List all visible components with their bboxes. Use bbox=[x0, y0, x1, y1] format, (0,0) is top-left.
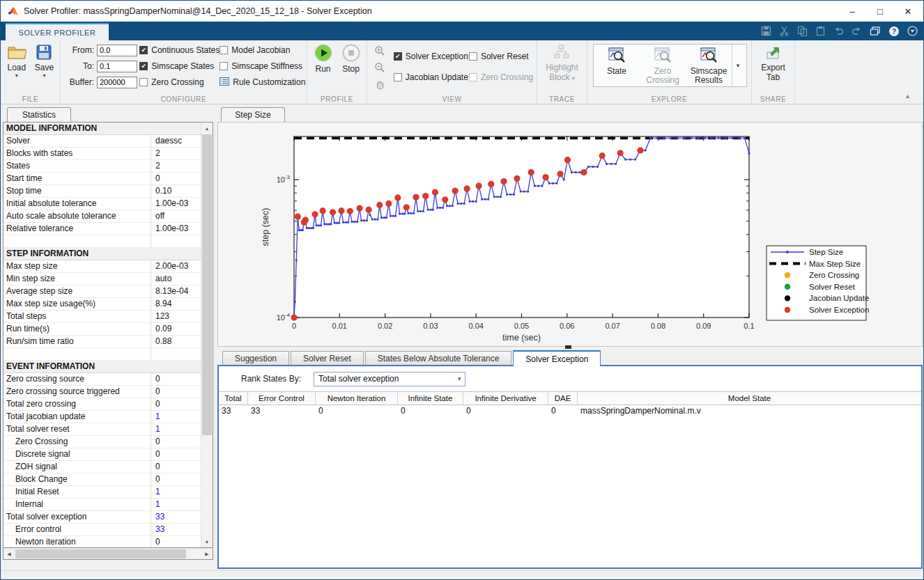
tab-solver-profiler[interactable]: SOLVER PROFILER bbox=[6, 23, 109, 40]
scroll-left-icon[interactable]: ◀ bbox=[3, 549, 15, 559]
stat-value[interactable]: 1 bbox=[151, 486, 201, 498]
checkbox-label: Solver Exception bbox=[406, 52, 468, 61]
rule-customization-button[interactable]: Rule Customization bbox=[220, 76, 307, 88]
statistics-row-internal: Internal1 bbox=[3, 499, 201, 511]
statistics-row-states: States2 bbox=[3, 160, 201, 173]
solver-exception-table: TotalError ControlNewton IterationInfini… bbox=[219, 391, 921, 567]
pan-hand-icon[interactable] bbox=[374, 79, 385, 93]
ribbon-section-view: ✔Solver ExceptionJacobian Update Solver … bbox=[367, 40, 537, 104]
svg-text:0.05: 0.05 bbox=[514, 322, 529, 330]
zoom-out-icon[interactable] bbox=[374, 62, 385, 76]
statistics-blank-row bbox=[3, 235, 201, 248]
help-icon[interactable]: ? bbox=[888, 26, 900, 37]
checkbox-zero-crossing[interactable]: Zero Crossing bbox=[139, 76, 220, 88]
state-explorer-icon bbox=[607, 47, 626, 67]
save-icon bbox=[761, 26, 771, 36]
window-title: Solver Profiler: massSpringDamperNominal… bbox=[24, 6, 372, 16]
to-input[interactable] bbox=[97, 61, 137, 72]
scroll-right-icon[interactable]: ▶ bbox=[201, 549, 213, 559]
tab-solver-exception[interactable]: Solver Exception bbox=[513, 350, 601, 366]
export-icon bbox=[764, 44, 783, 63]
highlight-block-caret-icon: ▾ bbox=[572, 75, 575, 81]
statistics-vertical-scrollbar[interactable]: ▲ ▼ bbox=[201, 123, 213, 547]
checkbox-continuous-states[interactable]: ✔Continuous States bbox=[139, 44, 220, 56]
zoom-in-icon[interactable] bbox=[374, 45, 385, 59]
stat-value: 2 bbox=[151, 148, 201, 159]
svg-text:Step Size: Step Size bbox=[809, 248, 843, 256]
stop-icon bbox=[342, 44, 360, 64]
column-header-model-state: Model State bbox=[578, 392, 921, 405]
stat-value: 2 bbox=[151, 160, 201, 172]
tab-statistics[interactable]: Statistics bbox=[7, 107, 71, 122]
step-size-plot[interactable]: 10-410-300.010.020.030.040.050.060.070.0… bbox=[218, 123, 922, 346]
stat-value[interactable]: 1 bbox=[151, 423, 201, 435]
statistics-row-auto-scale-absolute-tolerance: Auto scale absolute toleranceoff bbox=[3, 210, 201, 223]
buffer-input[interactable] bbox=[97, 77, 137, 88]
tab-suggestion[interactable]: Suggestion bbox=[222, 351, 289, 365]
more-icon[interactable] bbox=[907, 26, 918, 36]
collapse-ribbon-icon[interactable]: ▲ bbox=[904, 93, 911, 100]
scroll-down-icon[interactable]: ▼ bbox=[201, 536, 213, 547]
tab-states-below-absolute-tolerance[interactable]: States Below Absolute Tolerance bbox=[365, 351, 512, 365]
scrollbar-thumb[interactable] bbox=[202, 134, 212, 435]
stat-label: Blocks with states bbox=[3, 148, 151, 159]
window-layout-icon[interactable] bbox=[870, 26, 881, 36]
svg-text:10-3: 10-3 bbox=[277, 174, 291, 184]
statistics-row-zero-crossing-source-triggered: Zero crossing source triggered0 bbox=[3, 386, 201, 398]
column-header-error-control: Error Control bbox=[248, 392, 316, 405]
scroll-up-icon[interactable]: ▲ bbox=[201, 123, 213, 134]
explore-simscape-results-button[interactable]: Simscape Results bbox=[686, 45, 732, 86]
stat-label: Zero crossing source bbox=[3, 373, 151, 385]
stat-value: 0.88 bbox=[151, 336, 201, 347]
stat-value: 0.09 bbox=[151, 323, 201, 335]
table-cell: 33 bbox=[248, 405, 316, 418]
explore-gallery-dropdown-icon[interactable]: ▾ bbox=[732, 45, 744, 86]
table-cell: 0 bbox=[316, 405, 398, 418]
checkbox-simscape-stiffness[interactable]: Simscape Stiffness bbox=[220, 60, 307, 72]
statistics-row-initial-reset: Initial Reset1 bbox=[3, 486, 201, 499]
stat-value: 8.13e-04 bbox=[151, 285, 201, 297]
minimize-button[interactable]: – bbox=[838, 1, 866, 22]
stat-value: 0.10 bbox=[151, 185, 201, 197]
statistics-row-error-control: Error control33 bbox=[3, 524, 201, 536]
stat-value[interactable]: 1 bbox=[151, 411, 201, 423]
stat-value: 1.00e-03 bbox=[151, 223, 201, 235]
stat-value: 8.94 bbox=[151, 298, 201, 310]
svg-text:0.03: 0.03 bbox=[423, 322, 438, 330]
close-button[interactable]: ✕ bbox=[894, 1, 922, 22]
maximize-button[interactable]: □ bbox=[866, 1, 894, 22]
checked-checkbox-icon: ✔ bbox=[139, 46, 148, 54]
checkbox-label: Simscape States bbox=[151, 61, 214, 71]
checkbox-model-jacobian[interactable]: Model Jacobian bbox=[220, 44, 307, 56]
stat-label: Max step size bbox=[3, 260, 151, 272]
statistics-horizontal-scrollbar[interactable]: ◀ ▶ bbox=[3, 548, 213, 560]
chevron-down-icon: ▼ bbox=[456, 376, 462, 382]
stat-value[interactable]: 33 bbox=[151, 524, 201, 535]
checkbox-solver-exception[interactable]: ✔Solver Exception bbox=[394, 50, 469, 63]
stat-value: 0 bbox=[151, 536, 201, 548]
checkbox-simscape-states[interactable]: ✔Simscape States bbox=[139, 60, 220, 72]
svg-text:Zero Crossing: Zero Crossing bbox=[809, 271, 859, 279]
checkbox-solver-reset[interactable]: Solver Reset bbox=[469, 50, 537, 63]
statistics-row-blocks-with-states: Blocks with states2 bbox=[3, 148, 201, 160]
stat-label: States bbox=[3, 160, 151, 172]
list-icon bbox=[220, 77, 229, 88]
from-input[interactable] bbox=[97, 45, 137, 56]
unchecked-checkbox-icon bbox=[220, 46, 228, 54]
tab-step-size[interactable]: Step Size bbox=[221, 107, 285, 122]
stat-label: Total solver reset bbox=[3, 423, 151, 435]
checkbox-jacobian-update[interactable]: Jacobian Update bbox=[394, 71, 469, 84]
statistics-row-run-sim-time-ratio: Run/sim time ratio0.88 bbox=[3, 336, 201, 348]
stat-label: Stop time bbox=[3, 185, 151, 197]
tab-solver-reset[interactable]: Solver Reset bbox=[291, 351, 364, 365]
table-row[interactable]: 33330000massSpringDamperNominal.m.v bbox=[219, 405, 921, 418]
stat-value[interactable]: 1 bbox=[151, 499, 201, 510]
checkbox-label: Simscape Stiffness bbox=[231, 61, 302, 71]
unchecked-checkbox-icon bbox=[220, 62, 228, 70]
statistics-row-stop-time: Stop time0.10 bbox=[3, 185, 201, 198]
scrollbar-thumb[interactable] bbox=[15, 549, 186, 558]
statistics-row-start-time: Start time0 bbox=[3, 173, 201, 185]
explore-state-button[interactable]: State bbox=[594, 45, 640, 86]
stat-value[interactable]: 33 bbox=[151, 511, 201, 523]
rank-states-dropdown[interactable]: Total solver exception ▼ bbox=[314, 372, 465, 386]
